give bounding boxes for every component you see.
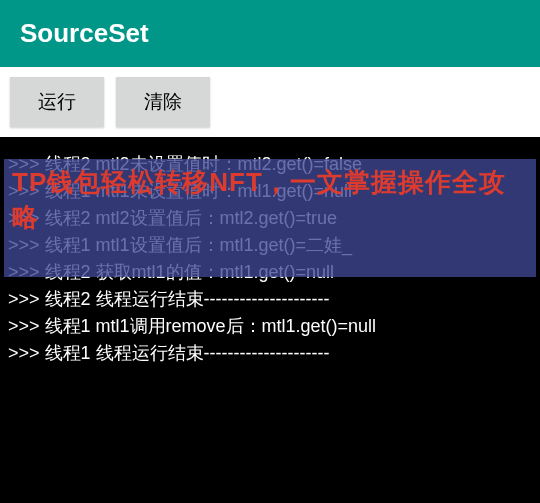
console-line: >>> 线程1 mtl1调用remove后：mtl1.get()=null (8, 313, 532, 340)
clear-button[interactable]: 清除 (116, 77, 210, 127)
console-line: >>> 线程2 mtl2设置值后：mtl2.get()=true (8, 205, 532, 232)
run-button[interactable]: 运行 (10, 77, 104, 127)
console-line: >>> 线程2 获取mtl1的值：mtl1.get()=null (8, 259, 532, 286)
button-row: 运行 清除 (0, 67, 540, 137)
console-line: >>> 线程2 线程运行结束--------------------- (8, 286, 532, 313)
console-line: >>> 线程2 mtl2未设置值时：mtl2.get()=false (8, 151, 532, 178)
console-line: >>> 线程1 mtl1设置值后：mtl1.get()=二娃_ (8, 232, 532, 259)
console-line: >>> 线程1 线程运行结束--------------------- (8, 340, 532, 367)
console-output: >>> 线程2 mtl2未设置值时：mtl2.get()=false >>> 线… (0, 137, 540, 503)
app-bar: SourceSet (0, 0, 540, 67)
app-title: SourceSet (20, 18, 149, 48)
console-line: >>> 线程1 mtl1未设置值时：mtl1.get()=null (8, 178, 532, 205)
